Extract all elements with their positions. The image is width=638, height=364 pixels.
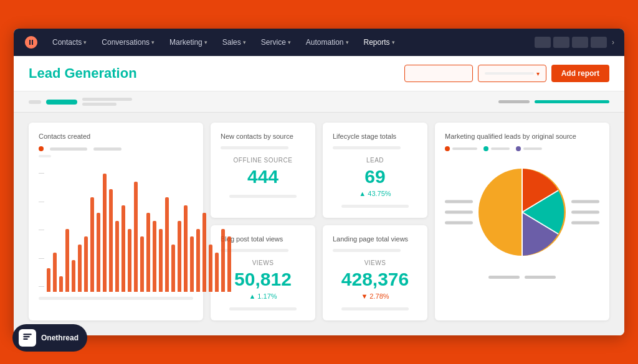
- bar: [53, 253, 57, 292]
- pie-label-bottom: [488, 276, 520, 279]
- legend-dot: [39, 146, 44, 151]
- y-label: —: [39, 283, 44, 289]
- pie-label-bottom: [525, 276, 556, 279]
- svg-rect-5: [23, 336, 30, 337]
- nav-automation[interactable]: Automation ▾: [300, 29, 355, 56]
- bar: [140, 236, 144, 292]
- bar: [103, 174, 107, 292]
- bar: [190, 236, 194, 292]
- filter-icon: [29, 100, 41, 104]
- filter-line: [82, 98, 132, 101]
- pie-label-line: [445, 222, 473, 225]
- chevron-down-icon: ▾: [536, 70, 540, 77]
- pie-label-line: [445, 211, 473, 214]
- bar: [97, 213, 100, 292]
- y-label: —: [39, 170, 44, 176]
- bar: [65, 229, 69, 292]
- card-bottom-line: [229, 195, 297, 198]
- pie-label-line: [445, 200, 473, 203]
- browser-window: Contacts ▾ Conversations ▾ Marketing ▾ S…: [14, 29, 624, 335]
- stat-change: ▼ 2.78%: [333, 292, 417, 300]
- bar: [59, 276, 63, 292]
- contacts-created-card: Contacts created — — — — —: [29, 123, 203, 320]
- stat-label: VIEWS: [221, 259, 305, 266]
- bar: [121, 205, 125, 292]
- pie-labels-right: [571, 200, 599, 225]
- card-title: Lifecycle stage totals: [333, 133, 417, 140]
- card-title: Blog post total views: [221, 235, 305, 243]
- bar: [84, 236, 88, 292]
- card-header-line: [333, 146, 401, 149]
- stat-value: 69: [333, 166, 417, 187]
- hubspot-logo: [24, 35, 39, 50]
- stat-label: OFFLINE SOURCE: [221, 157, 305, 164]
- bar: [209, 245, 212, 292]
- card-header-line: [333, 249, 401, 252]
- bar-chart-area: — — — — —: [39, 161, 193, 292]
- lifecycle-card: Lifecycle stage totals LEAD 69 ▲ 43.75%: [323, 123, 427, 218]
- dashboard-content: Contacts created — — — — —: [14, 113, 624, 335]
- nav-icon-2[interactable]: [553, 37, 569, 48]
- chevron-down-icon: ▾: [288, 39, 291, 45]
- filter-left: [29, 98, 132, 106]
- nav-overflow-icon[interactable]: ›: [612, 38, 614, 47]
- bar: [165, 197, 169, 292]
- nav-service[interactable]: Service ▾: [255, 29, 297, 56]
- bar: [159, 229, 163, 292]
- bar: [109, 189, 113, 292]
- bar: [221, 229, 225, 292]
- new-contacts-card: New contacts by source OFFLINE SOURCE 44…: [211, 123, 315, 218]
- svg-rect-7: [23, 334, 32, 335]
- bar: [153, 221, 156, 292]
- card-title: Marketing qualified leads by original so…: [445, 133, 599, 140]
- filter-right: [498, 100, 609, 103]
- nav-icon-1[interactable]: [535, 37, 551, 48]
- add-report-button[interactable]: Add report: [551, 65, 609, 82]
- nav-icon-3[interactable]: [572, 37, 588, 48]
- filter-button[interactable]: [404, 65, 473, 82]
- legend-dot: [483, 146, 488, 151]
- stat-change: ▲ 43.75%: [333, 190, 417, 197]
- nav-sales[interactable]: Sales ▾: [216, 29, 252, 56]
- onethread-badge: Onethread: [12, 324, 87, 352]
- bar: [227, 236, 231, 292]
- filter-active-pill: [46, 100, 77, 105]
- nav-reports[interactable]: Reports ▾: [358, 29, 401, 56]
- filter-line: [82, 103, 117, 106]
- chevron-down-icon: ▾: [392, 39, 395, 45]
- toolbar: Lead Generation ▾ Add report: [14, 56, 624, 91]
- nav-action-icons: [535, 37, 607, 48]
- legend-item: [516, 146, 542, 151]
- onethread-label: Onethread: [41, 334, 79, 342]
- dropdown-button[interactable]: ▾: [478, 65, 546, 82]
- bar: [202, 213, 206, 292]
- stat-label: VIEWS: [333, 259, 417, 266]
- bar: [146, 213, 150, 292]
- pie-label-line: [571, 200, 599, 203]
- filter-lines: [82, 98, 132, 106]
- bar: [115, 221, 119, 292]
- nav-icon-4[interactable]: [591, 37, 607, 48]
- y-label: —: [39, 226, 44, 233]
- page-title: Lead Generation: [29, 65, 137, 82]
- nav-conversations[interactable]: Conversations ▾: [95, 29, 161, 56]
- legend-line: [523, 147, 542, 150]
- legend-item: [483, 146, 510, 151]
- bar: [215, 253, 219, 292]
- nav-marketing[interactable]: Marketing ▾: [163, 29, 214, 56]
- stat-value: 444: [221, 166, 305, 187]
- legend-line: [491, 147, 510, 150]
- card-title: Contacts created: [39, 133, 193, 140]
- card-title: Landing page total views: [333, 235, 417, 243]
- bar: [72, 260, 75, 292]
- chevron-down-icon: ▾: [243, 39, 246, 45]
- nav-contacts[interactable]: Contacts ▾: [46, 29, 93, 56]
- card-legend: [39, 146, 193, 151]
- stat-value: 50,812: [221, 269, 305, 290]
- bar: [196, 229, 200, 292]
- svg-rect-6: [23, 338, 28, 340]
- legend-dot: [445, 146, 450, 151]
- pie-chart-svg: [466, 156, 578, 268]
- y-axis: — — — — —: [39, 167, 44, 292]
- chevron-down-icon: ▾: [346, 39, 349, 45]
